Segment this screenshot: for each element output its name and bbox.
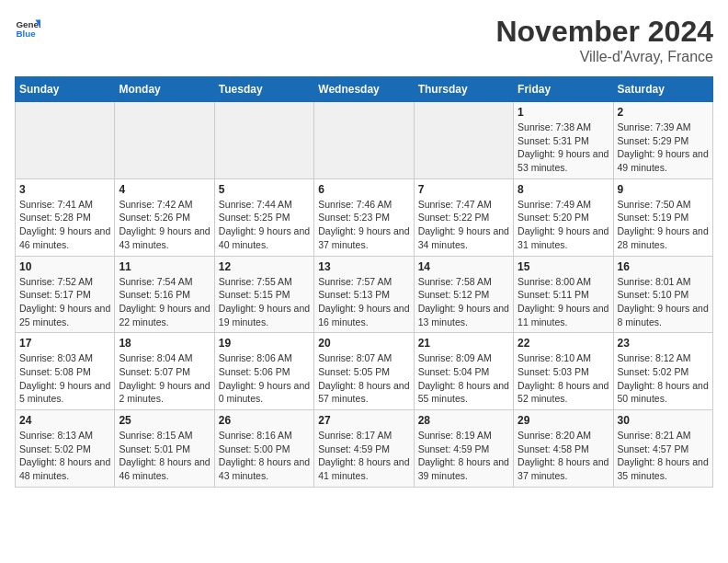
- calendar-week-3: 10Sunrise: 7:52 AM Sunset: 5:17 PM Dayli…: [16, 256, 713, 333]
- day-info: Sunrise: 7:49 AM Sunset: 5:20 PM Dayligh…: [518, 198, 609, 252]
- day-info: Sunrise: 7:38 AM Sunset: 5:31 PM Dayligh…: [518, 121, 609, 175]
- calendar-cell: 6Sunrise: 7:46 AM Sunset: 5:23 PM Daylig…: [314, 178, 414, 256]
- day-number: 8: [518, 183, 609, 196]
- day-info: Sunrise: 7:47 AM Sunset: 5:22 PM Dayligh…: [418, 198, 509, 252]
- calendar-cell: 15Sunrise: 8:00 AM Sunset: 5:11 PM Dayli…: [514, 256, 613, 333]
- day-number: 16: [618, 260, 709, 273]
- day-number: 24: [19, 414, 110, 427]
- calendar-cell: 12Sunrise: 7:55 AM Sunset: 5:15 PM Dayli…: [214, 256, 313, 333]
- day-info: Sunrise: 7:46 AM Sunset: 5:23 PM Dayligh…: [318, 198, 409, 252]
- day-number: 14: [418, 260, 509, 273]
- weekday-header-friday: Friday: [514, 77, 613, 102]
- location-title: Ville-d'Avray, France: [495, 49, 713, 65]
- weekday-header-sunday: Sunday: [16, 77, 115, 102]
- calendar-cell: 29Sunrise: 8:20 AM Sunset: 4:58 PM Dayli…: [514, 410, 613, 488]
- calendar-cell: 2Sunrise: 7:39 AM Sunset: 5:29 PM Daylig…: [613, 102, 712, 179]
- calendar-week-5: 24Sunrise: 8:13 AM Sunset: 5:02 PM Dayli…: [16, 410, 713, 488]
- day-info: Sunrise: 7:50 AM Sunset: 5:19 PM Dayligh…: [618, 198, 709, 252]
- calendar-cell: 13Sunrise: 7:57 AM Sunset: 5:13 PM Dayli…: [314, 256, 414, 333]
- day-number: 20: [318, 337, 409, 350]
- day-number: 27: [318, 414, 409, 427]
- day-number: 23: [618, 337, 709, 350]
- day-info: Sunrise: 7:41 AM Sunset: 5:28 PM Dayligh…: [19, 198, 110, 252]
- month-title: November 2024: [495, 15, 713, 49]
- day-info: Sunrise: 7:42 AM Sunset: 5:26 PM Dayligh…: [119, 198, 210, 252]
- day-info: Sunrise: 8:06 AM Sunset: 5:06 PM Dayligh…: [219, 351, 310, 406]
- day-number: 17: [19, 337, 110, 350]
- day-number: 29: [518, 414, 609, 427]
- calendar-week-4: 17Sunrise: 8:03 AM Sunset: 5:08 PM Dayli…: [16, 333, 713, 410]
- calendar-cell: 5Sunrise: 7:44 AM Sunset: 5:25 PM Daylig…: [214, 178, 313, 256]
- calendar-cell: 26Sunrise: 8:16 AM Sunset: 5:00 PM Dayli…: [214, 410, 313, 488]
- weekday-header-row: SundayMondayTuesdayWednesdayThursdayFrid…: [16, 77, 713, 102]
- calendar-cell: 24Sunrise: 8:13 AM Sunset: 5:02 PM Dayli…: [16, 410, 115, 488]
- day-number: 12: [219, 260, 310, 273]
- day-info: Sunrise: 8:16 AM Sunset: 5:00 PM Dayligh…: [219, 429, 310, 483]
- calendar-cell: 28Sunrise: 8:19 AM Sunset: 4:59 PM Dayli…: [414, 410, 513, 488]
- day-info: Sunrise: 8:09 AM Sunset: 5:04 PM Dayligh…: [418, 351, 509, 406]
- day-info: Sunrise: 8:10 AM Sunset: 5:03 PM Dayligh…: [518, 351, 609, 406]
- day-number: 1: [518, 106, 609, 119]
- calendar-cell: 20Sunrise: 8:07 AM Sunset: 5:05 PM Dayli…: [314, 333, 414, 410]
- calendar-cell: 4Sunrise: 7:42 AM Sunset: 5:26 PM Daylig…: [115, 178, 214, 256]
- day-info: Sunrise: 8:01 AM Sunset: 5:10 PM Dayligh…: [618, 275, 709, 329]
- day-number: 22: [518, 337, 609, 350]
- weekday-header-tuesday: Tuesday: [214, 77, 313, 102]
- day-number: 7: [418, 183, 509, 196]
- calendar-cell: [115, 102, 214, 179]
- weekday-header-thursday: Thursday: [414, 77, 513, 102]
- calendar-cell: 21Sunrise: 8:09 AM Sunset: 5:04 PM Dayli…: [414, 333, 513, 410]
- day-info: Sunrise: 7:57 AM Sunset: 5:13 PM Dayligh…: [318, 275, 409, 329]
- calendar-cell: 17Sunrise: 8:03 AM Sunset: 5:08 PM Dayli…: [16, 333, 115, 410]
- logo-icon: General Blue: [15, 15, 40, 40]
- day-info: Sunrise: 8:19 AM Sunset: 4:59 PM Dayligh…: [418, 429, 509, 483]
- day-number: 28: [418, 414, 509, 427]
- calendar-week-1: 1Sunrise: 7:38 AM Sunset: 5:31 PM Daylig…: [16, 102, 713, 179]
- calendar-cell: [214, 102, 313, 179]
- day-number: 3: [19, 183, 110, 196]
- calendar-cell: 27Sunrise: 8:17 AM Sunset: 4:59 PM Dayli…: [314, 410, 414, 488]
- day-info: Sunrise: 8:17 AM Sunset: 4:59 PM Dayligh…: [318, 429, 409, 483]
- day-number: 26: [219, 414, 310, 427]
- day-info: Sunrise: 8:03 AM Sunset: 5:08 PM Dayligh…: [19, 351, 110, 406]
- calendar-cell: 22Sunrise: 8:10 AM Sunset: 5:03 PM Dayli…: [514, 333, 613, 410]
- day-number: 13: [318, 260, 409, 273]
- day-number: 15: [518, 260, 609, 273]
- calendar-cell: 18Sunrise: 8:04 AM Sunset: 5:07 PM Dayli…: [115, 333, 214, 410]
- day-number: 2: [618, 106, 709, 119]
- day-info: Sunrise: 7:54 AM Sunset: 5:16 PM Dayligh…: [119, 275, 210, 329]
- calendar-cell: [16, 102, 115, 179]
- day-number: 30: [618, 414, 709, 427]
- logo: General Blue: [15, 15, 40, 40]
- day-info: Sunrise: 7:52 AM Sunset: 5:17 PM Dayligh…: [19, 275, 110, 329]
- svg-text:Blue: Blue: [16, 29, 36, 39]
- day-info: Sunrise: 7:58 AM Sunset: 5:12 PM Dayligh…: [418, 275, 509, 329]
- day-number: 5: [219, 183, 310, 196]
- weekday-header-saturday: Saturday: [613, 77, 712, 102]
- calendar-cell: 16Sunrise: 8:01 AM Sunset: 5:10 PM Dayli…: [613, 256, 712, 333]
- calendar-cell: 8Sunrise: 7:49 AM Sunset: 5:20 PM Daylig…: [514, 178, 613, 256]
- calendar-cell: 25Sunrise: 8:15 AM Sunset: 5:01 PM Dayli…: [115, 410, 214, 488]
- calendar-cell: 7Sunrise: 7:47 AM Sunset: 5:22 PM Daylig…: [414, 178, 513, 256]
- calendar-cell: 9Sunrise: 7:50 AM Sunset: 5:19 PM Daylig…: [613, 178, 712, 256]
- day-number: 4: [119, 183, 210, 196]
- day-info: Sunrise: 8:00 AM Sunset: 5:11 PM Dayligh…: [518, 275, 609, 329]
- day-info: Sunrise: 7:39 AM Sunset: 5:29 PM Dayligh…: [618, 121, 709, 175]
- calendar-cell: 1Sunrise: 7:38 AM Sunset: 5:31 PM Daylig…: [514, 102, 613, 179]
- title-section: November 2024 Ville-d'Avray, France: [495, 15, 713, 65]
- day-info: Sunrise: 8:21 AM Sunset: 4:57 PM Dayligh…: [618, 429, 709, 483]
- day-number: 25: [119, 414, 210, 427]
- day-number: 6: [318, 183, 409, 196]
- calendar-cell: 3Sunrise: 7:41 AM Sunset: 5:28 PM Daylig…: [16, 178, 115, 256]
- day-info: Sunrise: 8:12 AM Sunset: 5:02 PM Dayligh…: [618, 351, 709, 406]
- day-info: Sunrise: 7:44 AM Sunset: 5:25 PM Dayligh…: [219, 198, 310, 252]
- page-header: General Blue November 2024 Ville-d'Avray…: [15, 15, 713, 65]
- calendar-cell: [314, 102, 414, 179]
- calendar-cell: [414, 102, 513, 179]
- calendar-week-2: 3Sunrise: 7:41 AM Sunset: 5:28 PM Daylig…: [16, 178, 713, 256]
- day-info: Sunrise: 8:20 AM Sunset: 4:58 PM Dayligh…: [518, 429, 609, 483]
- day-info: Sunrise: 7:55 AM Sunset: 5:15 PM Dayligh…: [219, 275, 310, 329]
- day-number: 11: [119, 260, 210, 273]
- calendar-table: SundayMondayTuesdayWednesdayThursdayFrid…: [15, 76, 713, 488]
- day-number: 9: [618, 183, 709, 196]
